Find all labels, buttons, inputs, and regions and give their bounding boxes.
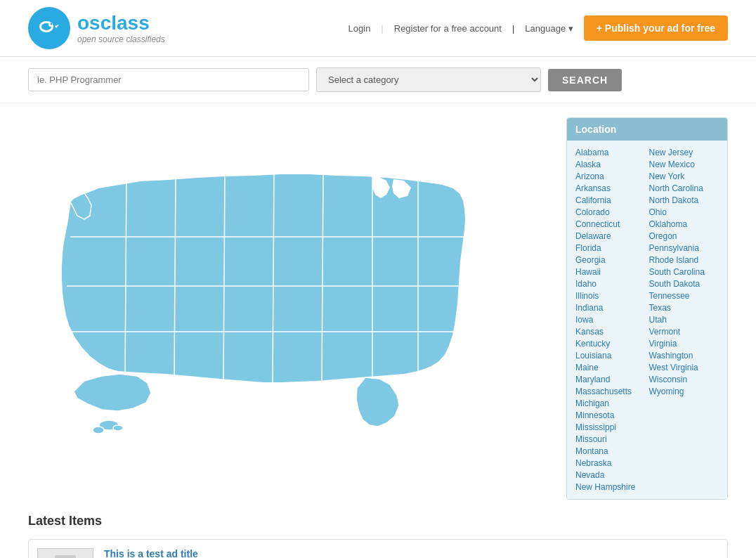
state-link[interactable]: Minnesota <box>575 410 646 420</box>
state-link[interactable]: Wyoming <box>649 387 719 396</box>
state-link[interactable]: New York <box>649 171 719 181</box>
state-link[interactable]: Maryland <box>575 375 646 384</box>
state-link[interactable]: New Mexico <box>649 160 719 169</box>
state-link[interactable]: Virginia <box>649 339 719 349</box>
state-link[interactable]: Ohio <box>649 207 719 217</box>
register-link[interactable]: Register for a free account <box>394 23 502 34</box>
location-header: Location <box>567 118 727 141</box>
logo-title: osclass <box>77 12 165 34</box>
logo-area: osclass open source classifieds <box>28 7 165 49</box>
sidebar: Location AlabamaAlaskaArizonaArkansasCal… <box>566 117 728 500</box>
state-link[interactable]: Alaska <box>575 160 646 169</box>
location-body: AlabamaAlaskaArizonaArkansasCaliforniaCo… <box>567 141 727 499</box>
logo-text: osclass open source classifieds <box>77 12 165 44</box>
state-link[interactable]: North Carolina <box>649 183 719 193</box>
state-link[interactable]: Pennsylvania <box>649 243 719 253</box>
location-box: Location AlabamaAlaskaArizonaArkansasCal… <box>566 117 728 500</box>
state-link[interactable]: Kentucky <box>575 339 646 349</box>
state-link[interactable]: Illinois <box>575 291 646 301</box>
state-link[interactable]: Colorado <box>575 207 646 217</box>
search-bar: Select a category SEARCH <box>0 57 756 103</box>
state-link[interactable]: Rhode Island <box>649 255 719 265</box>
state-link[interactable]: New Jersey <box>649 148 719 157</box>
state-link[interactable]: West Virginia <box>649 363 719 372</box>
state-link[interactable]: Indiana <box>575 303 646 313</box>
state-link[interactable]: Mississippi <box>575 422 646 432</box>
state-link[interactable]: Arkansas <box>575 183 646 193</box>
state-link[interactable]: Oklahoma <box>649 219 719 229</box>
state-link[interactable]: Louisiana <box>575 351 646 361</box>
state-link[interactable]: California <box>575 195 646 205</box>
publish-button[interactable]: + Publish your ad for free <box>584 15 728 41</box>
state-link[interactable]: Utah <box>649 315 719 325</box>
state-link[interactable]: Washington <box>649 351 719 361</box>
login-link[interactable]: Login <box>348 23 371 34</box>
state-link[interactable]: South Dakota <box>649 279 719 289</box>
state-link[interactable]: Hawaii <box>575 267 646 277</box>
state-link[interactable]: Nebraska <box>575 458 646 468</box>
state-link[interactable]: Delaware <box>575 231 646 241</box>
logo-subtitle: open source classifieds <box>77 34 165 44</box>
state-link[interactable]: Arizona <box>575 171 646 181</box>
state-link[interactable]: North Dakota <box>649 195 719 205</box>
state-link[interactable]: Massachusetts <box>575 387 646 396</box>
latest-title: Latest Items <box>28 514 728 528</box>
nav-separator: | <box>381 23 383 34</box>
state-link[interactable]: Connecticut <box>575 219 646 229</box>
item-title[interactable]: This is a test ad title <box>104 548 198 558</box>
state-col-1: AlabamaAlaskaArizonaArkansasCaliforniaCo… <box>575 148 646 492</box>
language-button[interactable]: Language ▾ <box>525 23 573 34</box>
state-link[interactable]: Maine <box>575 363 646 372</box>
state-link[interactable]: Alabama <box>575 148 646 157</box>
state-link[interactable]: New Hampshire <box>575 482 646 492</box>
item-info: This is a test ad titleFree - A Guarda (… <box>104 548 719 558</box>
state-link[interactable]: Vermont <box>649 327 719 337</box>
nav-separator2: | <box>512 23 514 34</box>
item-thumbnail <box>37 548 93 558</box>
logo-icon <box>28 7 70 49</box>
svg-point-19 <box>113 425 123 431</box>
state-link[interactable]: Idaho <box>575 279 646 289</box>
state-link[interactable]: Nevada <box>575 470 646 480</box>
latest-section: Latest Items This is a test ad titleFree… <box>0 514 756 558</box>
svg-rect-20 <box>55 555 76 558</box>
state-link[interactable]: Wisconsin <box>649 375 719 384</box>
search-button[interactable]: SEARCH <box>548 69 622 91</box>
state-link[interactable]: South Carolina <box>649 267 719 277</box>
state-link[interactable]: Georgia <box>575 255 646 265</box>
items-list: This is a test ad titleFree - A Guarda (… <box>28 539 728 558</box>
state-link[interactable]: Florida <box>575 243 646 253</box>
item-card: This is a test ad titleFree - A Guarda (… <box>28 539 728 558</box>
state-link[interactable]: Montana <box>575 446 646 456</box>
nav-links: Login | Register for a free account | La… <box>348 23 573 34</box>
state-link[interactable]: Michigan <box>575 398 646 408</box>
state-link[interactable]: Oregon <box>649 231 719 241</box>
state-link[interactable]: Iowa <box>575 315 646 325</box>
category-select[interactable]: Select a category <box>316 67 541 92</box>
state-link[interactable]: Tennessee <box>649 291 719 301</box>
state-col-2: New JerseyNew MexicoNew YorkNorth Caroli… <box>649 148 719 492</box>
main-content: Location AlabamaAlaskaArizonaArkansasCal… <box>0 103 756 514</box>
search-input[interactable] <box>28 68 309 91</box>
svg-point-4 <box>51 23 53 25</box>
state-link[interactable]: Missouri <box>575 434 646 444</box>
us-map <box>28 117 527 441</box>
state-link[interactable]: Texas <box>649 303 719 313</box>
header: osclass open source classifieds Login | … <box>0 0 756 57</box>
map-container <box>28 117 552 500</box>
svg-point-18 <box>93 427 104 434</box>
state-link[interactable]: Kansas <box>575 327 646 337</box>
